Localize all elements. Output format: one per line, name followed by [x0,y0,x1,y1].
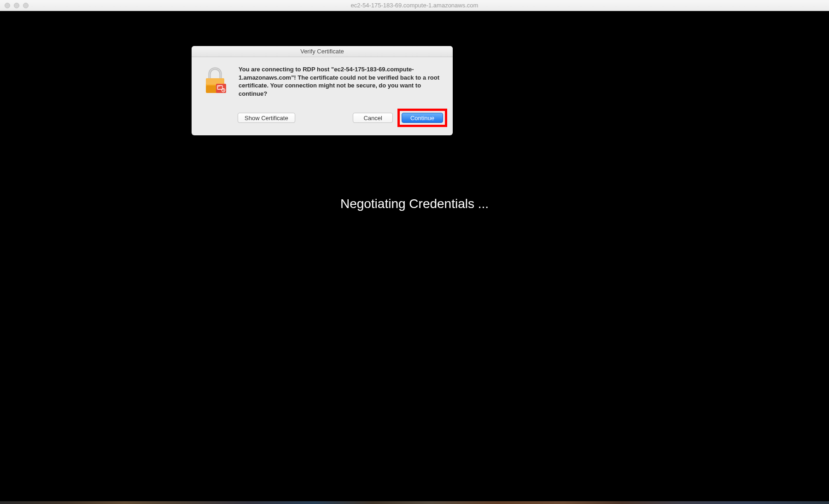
cancel-button[interactable]: Cancel [353,113,392,123]
dialog-body: You are connecting to RDP host "ec2-54-1… [192,57,453,106]
svg-rect-1 [206,78,224,85]
dock-edge [0,501,829,504]
minimize-window-button[interactable] [14,3,19,8]
lock-certificate-icon [202,65,229,98]
continue-button-highlight: Continue [397,109,447,127]
continue-button[interactable]: Continue [402,113,443,123]
traffic-lights [5,3,29,8]
remote-session-area: Negotiating Credentials ... Verify Certi… [0,11,829,504]
window-title-bar: ec2-54-175-183-69.compute-1.amazonaws.co… [0,0,829,11]
zoom-window-button[interactable] [23,3,29,8]
dialog-message: You are connecting to RDP host "ec2-54-1… [239,65,443,98]
close-window-button[interactable] [5,3,10,8]
show-certificate-button[interactable]: Show Certificate [238,113,295,123]
dialog-title: Verify Certificate [192,46,453,57]
dialog-button-row: Show Certificate Cancel Continue [192,106,453,135]
connection-status-text: Negotiating Credentials ... [340,197,489,211]
window-title: ec2-54-175-183-69.compute-1.amazonaws.co… [351,2,479,9]
verify-certificate-dialog: Verify Certificate [192,46,453,135]
